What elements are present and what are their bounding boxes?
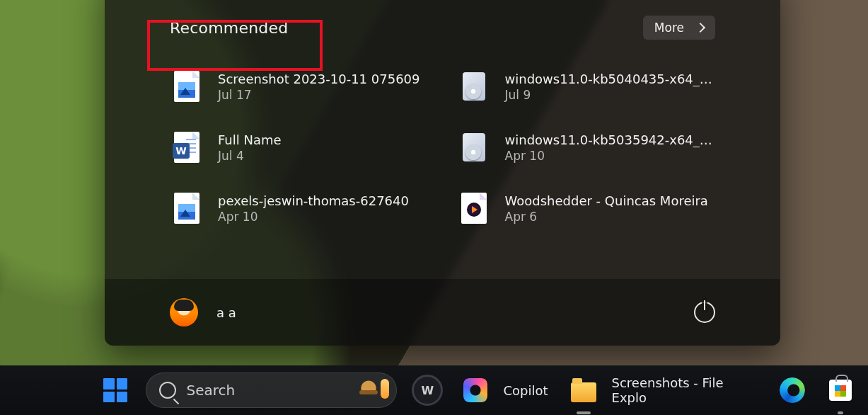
start-button[interactable] <box>98 372 133 409</box>
recommended-item[interactable]: pexels-jeswin-thomas-627640 Apr 10 <box>170 190 424 227</box>
recommended-item[interactable]: W Full Name Jul 4 <box>170 129 424 166</box>
item-name: Full Name <box>218 132 282 147</box>
recommended-item[interactable]: Screenshot 2023-10-11 075609 Jul 17 <box>170 68 424 105</box>
item-date: Apr 10 <box>218 210 409 224</box>
start-menu: Recommended More Screenshot 2023-10-11 0… <box>105 0 780 346</box>
taskbar-app[interactable]: W <box>410 372 445 409</box>
power-button[interactable] <box>694 302 715 323</box>
update-package-icon <box>461 71 487 102</box>
item-name: pexels-jeswin-thomas-627640 <box>218 193 409 208</box>
item-date: Apr 6 <box>505 210 708 224</box>
recommended-item[interactable]: windows11.0-kb5035942-x64_3f371... Apr 1… <box>457 129 722 166</box>
search-placeholder: Search <box>186 382 235 399</box>
copilot-label: Copilot <box>503 383 548 398</box>
app-badge-icon: W <box>412 375 443 406</box>
recommended-grid: Screenshot 2023-10-11 075609 Jul 17 wind… <box>170 68 715 227</box>
desktop: Recommended More Screenshot 2023-10-11 0… <box>0 0 868 415</box>
recommended-item[interactable]: Woodshedder - Quincas Moreira Apr 6 <box>457 190 722 227</box>
active-indicator <box>577 411 591 414</box>
windows-logo-icon <box>103 378 127 402</box>
item-name: windows11.0-kb5040435-x64_eb3b... <box>505 72 717 86</box>
start-footer: a a <box>105 279 780 346</box>
image-file-icon <box>174 193 199 224</box>
item-date: Jul 17 <box>218 88 420 102</box>
search-icon <box>159 382 176 399</box>
file-explorer-button[interactable] <box>565 372 602 409</box>
chevron-right-icon <box>695 23 705 33</box>
folder-icon <box>571 382 596 402</box>
recommended-heading: Recommended <box>170 19 288 37</box>
copilot-button[interactable] <box>458 372 493 409</box>
more-button[interactable]: More <box>643 16 715 40</box>
update-package-icon <box>461 132 487 163</box>
search-highlight-icon <box>359 379 389 399</box>
user-name: a a <box>216 305 236 320</box>
item-date: Jul 4 <box>218 149 282 163</box>
edge-icon <box>780 377 805 403</box>
item-name: windows11.0-kb5035942-x64_3f371... <box>505 132 717 147</box>
item-name: Screenshot 2023-10-11 075609 <box>218 72 420 86</box>
edge-button[interactable] <box>775 372 810 409</box>
word-document-icon: W <box>174 132 199 163</box>
copilot-icon <box>463 378 487 402</box>
user-account-button[interactable]: a a <box>170 298 236 326</box>
item-date: Jul 9 <box>505 88 717 102</box>
running-indicator <box>838 411 843 414</box>
item-name: Woodshedder - Quincas Moreira <box>505 193 708 208</box>
taskbar: Search W Copilot Screenshots - File Expl… <box>0 365 868 415</box>
more-label: More <box>654 21 684 35</box>
item-date: Apr 10 <box>505 149 717 163</box>
image-file-icon <box>174 71 199 102</box>
avatar <box>170 298 198 326</box>
microsoft-store-button[interactable] <box>823 372 858 409</box>
recommended-item[interactable]: windows11.0-kb5040435-x64_eb3b... Jul 9 <box>457 68 722 105</box>
audio-file-icon <box>461 193 487 224</box>
store-icon <box>829 380 852 401</box>
taskbar-search[interactable]: Search <box>146 373 397 408</box>
explorer-label: Screenshots - File Explo <box>612 375 758 405</box>
